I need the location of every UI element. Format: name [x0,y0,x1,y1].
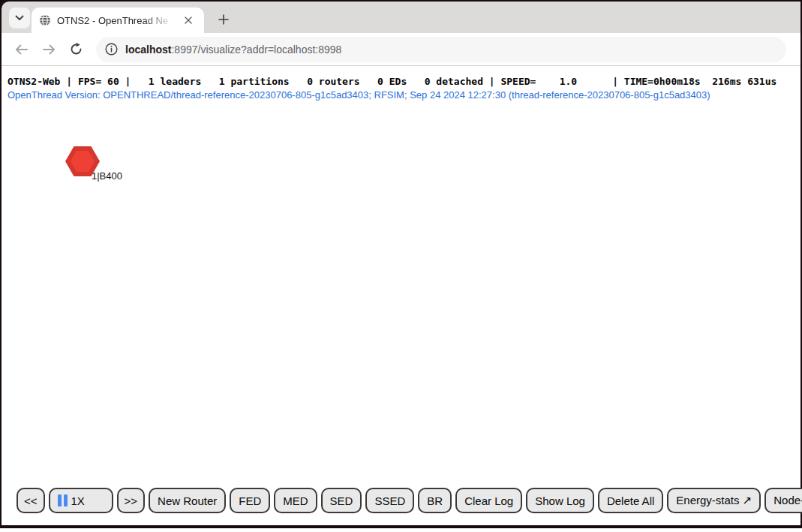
sed-button[interactable]: SED [321,488,362,513]
show-log-button[interactable]: Show Log [526,488,594,513]
delete-all-button[interactable]: Delete All [598,488,663,513]
plus-icon [218,14,229,25]
energy-stats-button[interactable]: Energy-stats ↗ [667,488,761,513]
new-router-button[interactable]: New Router [149,488,226,513]
speed-button[interactable]: 1X [49,488,113,513]
speed-down-button[interactable]: << [17,488,45,513]
new-tab-button[interactable] [213,9,234,30]
node-stats-button[interactable]: Node-stats ↗ [764,488,802,513]
back-arrow-icon [15,44,29,55]
clear-log-button[interactable]: Clear Log [455,488,522,513]
browser-tab[interactable]: OTNS2 - OpenThread Ne [32,8,204,33]
openthread-version-line: OpenThread Version: OPENTHREAD/thread-re… [8,89,710,101]
speed-button-label: 1X [71,494,85,507]
node-label: 1|B400 [92,170,122,182]
url-path: :8997/visualize?addr=localhost:8998 [171,44,341,56]
simulator-toolbar: << 1X >> New Router FED MED SED SSED BR … [17,488,802,513]
back-button[interactable] [9,37,35,62]
simulator-status-line: OTNS2-Web | FPS= 60 | 1 leaders 1 partit… [8,76,776,87]
fed-button[interactable]: FED [230,488,270,513]
url-host: localhost [125,44,171,56]
tab-title: OTNS2 - OpenThread Ne [57,15,176,26]
tab-list-button[interactable] [9,8,30,29]
url-text: localhost:8997/visualize?addr=localhost:… [125,44,341,56]
forward-button[interactable] [36,37,62,62]
browser-window: OTNS2 - OpenThread Ne [0,0,802,528]
br-button[interactable]: BR [418,488,452,513]
chevron-down-icon [15,15,24,21]
globe-favicon-icon [39,14,51,26]
otns-canvas: OTNS2-Web | FPS= 60 | 1 leaders 1 partit… [2,66,800,524]
reload-icon [70,43,83,56]
site-info-icon[interactable] [105,43,118,56]
med-button[interactable]: MED [274,488,317,513]
browser-navbar: localhost:8997/visualize?addr=localhost:… [2,33,800,66]
reload-button[interactable] [63,37,89,62]
forward-arrow-icon [42,44,56,55]
speed-up-button[interactable]: >> [117,488,146,513]
pause-icon [58,494,68,506]
ssed-button[interactable]: SSED [365,488,414,513]
tab-bar: OTNS2 - OpenThread Ne [2,2,800,33]
url-bar[interactable]: localhost:8997/visualize?addr=localhost:… [96,37,786,62]
tab-close-icon[interactable] [182,14,195,27]
close-icon [185,17,192,24]
